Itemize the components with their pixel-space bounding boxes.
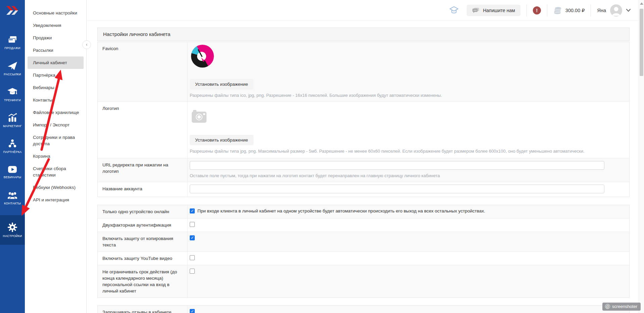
copy-protection-label: Включить защиту от копирования текста [98, 232, 188, 251]
account-name-input[interactable] [190, 185, 604, 193]
single-device-note: При входе клиента в личный кабинет на од… [197, 208, 485, 214]
contact-us-label: Напишите нам [483, 8, 515, 13]
submenu-item-affiliate[interactable]: Партнёрка [25, 69, 86, 81]
chevron-down-icon [626, 9, 631, 12]
request-reviews-checkbox[interactable] [190, 309, 195, 313]
scrollbar-thumb[interactable] [640, 9, 643, 76]
network-icon [7, 139, 17, 148]
table-row: Включить защиту YouTube видео [98, 252, 629, 265]
submenu-item-employees[interactable]: Сотрудники и права доступа [25, 131, 86, 150]
balance-amount: 300.00 ₽ [565, 8, 585, 13]
at-icon: @ [605, 304, 610, 309]
submenu-item-import-export[interactable]: Импорт / Экспорт [25, 119, 86, 131]
graduation-cap-icon [7, 87, 18, 96]
url-redirect-hint: Оставьте поле пустым, тогда при нажатии … [190, 173, 627, 179]
people-icon [7, 191, 18, 200]
app-logo[interactable] [0, 0, 25, 21]
table-row: Логотип Установить изображение Разрешены… [98, 102, 629, 158]
play-icon [7, 165, 17, 173]
request-reviews-label: Запрашивать отзывы в кабинете ученика [98, 306, 188, 313]
sidebar-item-contacts[interactable]: КОНТАКТЫ [0, 185, 25, 211]
single-device-checkbox[interactable] [190, 208, 195, 213]
double-chevron-logo-icon [5, 6, 20, 15]
table-row: Название аккаунта [98, 182, 629, 197]
cards-icon [7, 36, 17, 44]
table-row: URL редиректа при нажатии на логотип Ост… [98, 158, 629, 182]
youtube-protection-label: Включить защиту YouTube видео [98, 252, 188, 265]
submenu-item-api[interactable]: API и интеграция [25, 194, 86, 206]
security-settings-table: Только одно устройство онлайн При входе … [97, 205, 630, 298]
person-icon [610, 4, 622, 16]
sidebar-item-mailings[interactable]: РАССЫЛКИ [0, 55, 25, 81]
url-redirect-label: URL редиректа при нажатии на логотип [98, 158, 188, 182]
sidebar-item-label: ПРОДАЖИ [4, 46, 20, 50]
two-factor-checkbox[interactable] [190, 222, 195, 227]
page-scrollbar[interactable] [639, 0, 644, 313]
sidebar-item-affiliate[interactable]: ПАРТНЁРКА [0, 133, 25, 159]
submenu-item-trash[interactable]: Корзина [25, 150, 86, 162]
logo-label: Логотип [98, 102, 188, 158]
submenu-item-main-settings[interactable]: Основные настройки [25, 7, 86, 19]
account-name-label: Название аккаунта [98, 182, 188, 197]
sidebar-item-webinars[interactable]: ВЕБИНАРЫ [0, 159, 25, 185]
sidebar-item-settings[interactable]: НАСТРОЙКИ [0, 215, 25, 245]
collapse-submenu-button[interactable]: ‹ [82, 40, 91, 49]
paper-plane-icon [7, 61, 17, 71]
logo-hint: Разрешены файлы типа jpg, png. Максималь… [190, 148, 627, 154]
submenu-item-notifications[interactable]: Уведомления [25, 19, 86, 32]
sidebar-item-trainings[interactable]: ТРЕНИНГИ [0, 81, 25, 107]
copy-protection-checkbox[interactable] [190, 235, 195, 240]
settings-submenu: Основные настройки Уведомления Продажи Р… [25, 0, 87, 313]
balance-widget[interactable]: 300.00 ₽ [553, 6, 585, 14]
personal-cabinet-settings-panel: Настройки личного кабинета Favicon Устан… [97, 28, 630, 313]
panel-title: Настройки личного кабинета [97, 28, 630, 41]
youtube-protection-checkbox[interactable] [190, 255, 195, 260]
unlimited-link-checkbox[interactable] [190, 269, 195, 274]
sidebar-item-label: ПАРТНЁРКА [3, 150, 21, 154]
alert-badge[interactable]: ! [533, 6, 541, 14]
screenshot-watermark: @ screenshoter [602, 303, 641, 311]
divider [526, 4, 527, 16]
favicon-label: Favicon [98, 42, 188, 102]
set-favicon-button[interactable]: Установить изображение [190, 79, 254, 89]
submenu-item-sales[interactable]: Продажи [25, 32, 86, 44]
coins-icon [553, 6, 562, 14]
table-row: Только одно устройство онлайн При входе … [98, 205, 629, 219]
sidebar-item-marketing[interactable]: МАРКЕТИНГ [0, 107, 25, 133]
url-redirect-input[interactable] [190, 161, 604, 170]
submenu-item-webinars[interactable]: Вебинары [25, 81, 86, 94]
sidebar-item-label: КОНТАКТЫ [4, 202, 21, 205]
sidebar-item-label: НАСТРОЙКИ [3, 234, 22, 238]
top-header-bar: Напишите нам ! 300.00 ₽ Яна [87, 0, 639, 21]
user-menu[interactable]: Яна [597, 4, 631, 16]
set-logo-button[interactable]: Установить изображение [190, 135, 254, 145]
camera-placeholder-icon [191, 109, 207, 123]
table-row: Двухфакторная аутентификация [98, 219, 629, 232]
contact-us-button[interactable]: Напишите нам [467, 5, 520, 16]
chat-bubble-icon [472, 7, 479, 13]
favicon-preview-image [191, 45, 214, 68]
submenu-item-contacts[interactable]: Контакты [25, 94, 86, 106]
watermark-label: screenshoter [612, 304, 637, 309]
single-device-label: Только одно устройство онлайн [98, 205, 188, 218]
divider [547, 4, 547, 16]
submenu-item-webhooks[interactable]: Вебхуки (Webhooks) [25, 181, 86, 194]
submenu-item-stat-counters[interactable]: Счетчики сбора статистики [25, 162, 86, 181]
table-row: Включить защиту от копирования текста [98, 232, 629, 252]
submenu-item-personal-cabinet[interactable]: Личный кабинет [28, 56, 84, 69]
submenu-item-file-storage[interactable]: Файловое хранилище [25, 106, 86, 119]
education-icon[interactable] [449, 6, 459, 15]
user-name: Яна [597, 8, 606, 13]
divider [591, 4, 591, 16]
sidebar-item-label: МАРКЕТИНГ [3, 124, 22, 128]
scrollbar-up-arrow-icon[interactable] [640, 2, 643, 5]
favicon-hint: Разрешены файлы типа ico, jpg, png. Разр… [190, 92, 627, 98]
table-row: Favicon Установить изображение Разрешены… [98, 42, 629, 102]
table-row: Запрашивать отзывы в кабинете ученика [98, 306, 629, 313]
sidebar-item-sales[interactable]: ПРОДАЖИ [0, 30, 25, 55]
bar-chart-icon [7, 113, 17, 122]
sidebar-item-label: ВЕБИНАРЫ [4, 175, 21, 179]
submenu-item-mailings[interactable]: Рассылки [25, 44, 86, 56]
appearance-settings-table: Favicon Установить изображение Разрешены… [97, 42, 630, 197]
primary-sidebar: ПРОДАЖИ РАССЫЛКИ ТРЕНИНГИ МАРКЕТИНГ [0, 0, 25, 313]
